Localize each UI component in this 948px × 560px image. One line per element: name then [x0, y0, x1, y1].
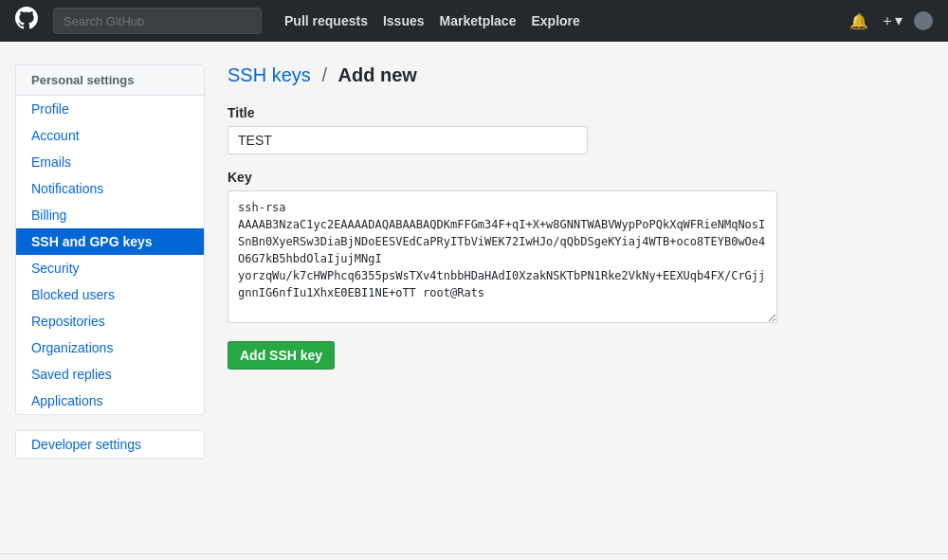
issues-link[interactable]: Issues [383, 13, 425, 28]
title-group: Title [228, 105, 933, 154]
sidebar-item-organizations[interactable]: Organizations [16, 334, 204, 361]
topnav-right: 🔔 ＋▾ [849, 11, 933, 31]
key-group: Key ssh-rsa AAAAB3NzaC1yc2EAAAADAQABAABA… [228, 170, 933, 326]
sidebar-item-account[interactable]: Account [16, 122, 204, 149]
github-logo[interactable] [15, 7, 38, 35]
sidebar-item-applications[interactable]: Applications [16, 388, 204, 414]
avatar[interactable] [914, 11, 933, 30]
breadcrumb-link[interactable]: SSH keys [228, 64, 311, 85]
sidebar-item-profile[interactable]: Profile [16, 96, 204, 122]
sidebar-item-saved-replies[interactable]: Saved replies [16, 361, 204, 388]
sidebar-item-security[interactable]: Security [16, 255, 204, 281]
add-ssh-key-button[interactable]: Add SSH key [228, 341, 335, 370]
main-content: SSH keys / Add new Title Key ssh-rsa AAA… [228, 64, 933, 474]
sidebar-item-billing[interactable]: Billing [16, 202, 204, 228]
search-input[interactable] [53, 8, 262, 34]
sidebar-header: Personal settings [16, 65, 204, 96]
explore-link[interactable]: Explore [531, 13, 579, 28]
sidebar-item-developer-settings[interactable]: Developer settings [16, 431, 204, 458]
footer: © 2018 GitHub, Inc. Terms Privacy Securi… [0, 553, 948, 560]
page-container: Personal settings Profile Account Emails… [0, 42, 948, 497]
footer-inner: © 2018 GitHub, Inc. Terms Privacy Securi… [0, 553, 948, 560]
marketplace-link[interactable]: Marketplace [440, 13, 517, 28]
title-input[interactable] [228, 126, 588, 154]
sidebar: Personal settings Profile Account Emails… [15, 64, 205, 474]
key-label: Key [228, 170, 933, 185]
topnav: Pull requests Issues Marketplace Explore… [0, 0, 948, 42]
topnav-links: Pull requests Issues Marketplace Explore [284, 13, 580, 28]
sidebar-item-notifications[interactable]: Notifications [16, 175, 204, 202]
key-textarea[interactable]: ssh-rsa AAAAB3NzaC1yc2EAAAADAQABAABAQDKm… [228, 190, 777, 323]
pull-requests-link[interactable]: Pull requests [284, 13, 368, 28]
add-icon[interactable]: ＋▾ [880, 11, 902, 31]
breadcrumb-current: Add new [338, 64, 417, 85]
sidebar-item-emails[interactable]: Emails [16, 149, 204, 175]
sidebar-item-blocked-users[interactable]: Blocked users [16, 281, 204, 308]
title-label: Title [228, 105, 933, 120]
notifications-icon[interactable]: 🔔 [849, 12, 868, 30]
sidebar-item-ssh-gpg[interactable]: SSH and GPG keys [16, 228, 204, 255]
breadcrumb: SSH keys / Add new [228, 64, 933, 86]
sidebar-box-personal: Personal settings Profile Account Emails… [15, 64, 205, 415]
sidebar-item-repositories[interactable]: Repositories [16, 308, 204, 334]
sidebar-box-developer: Developer settings [15, 430, 205, 459]
breadcrumb-separator: / [321, 64, 327, 85]
